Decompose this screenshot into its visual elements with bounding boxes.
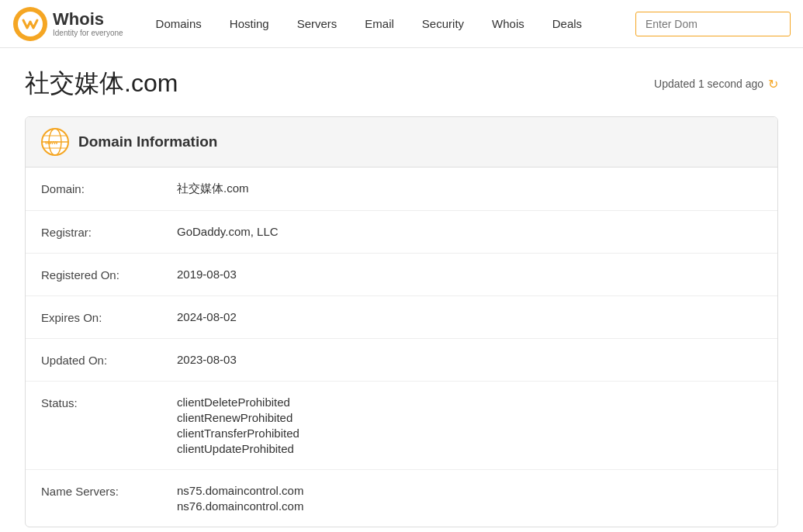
info-row-registered-on: Registered On: 2019-08-03 <box>26 254 777 296</box>
logo-tagline-label: Identity for everyone <box>53 29 123 37</box>
registered-on-label: Registered On: <box>41 268 177 282</box>
nav-email[interactable]: Email <box>351 0 408 48</box>
page-content: 社交媒体.com Updated 1 second ago ↻ www Doma… <box>0 48 803 532</box>
nav-deals[interactable]: Deals <box>538 0 596 48</box>
registered-on-value: 2019-08-03 <box>177 268 762 281</box>
status-label: Status: <box>41 396 177 409</box>
nav-security[interactable]: Security <box>408 0 478 48</box>
info-row-name-servers: Name Servers: ns75.domaincontrol.com ns7… <box>26 470 777 527</box>
name-servers-value: ns75.domaincontrol.com ns76.domaincontro… <box>177 484 762 513</box>
info-row-registrar: Registrar: GoDaddy.com, LLC <box>26 211 777 254</box>
card-header-title: Domain Information <box>78 133 217 150</box>
card-body: Domain: 社交媒体.com Registrar: GoDaddy.com,… <box>26 168 777 527</box>
logo-whois-label: Whois <box>53 10 123 29</box>
expires-on-value: 2024-08-02 <box>177 310 762 323</box>
info-row-domain: Domain: 社交媒体.com <box>26 168 777 211</box>
info-row-expires-on: Expires On: 2024-08-02 <box>26 296 777 339</box>
logo[interactable]: Whois Identity for everyone <box>12 6 123 42</box>
logo-text: Whois Identity for everyone <box>53 10 123 37</box>
card-header: www Domain Information <box>26 117 777 168</box>
info-row-status: Status: clientDeleteProhibited clientRen… <box>26 382 777 470</box>
updated-on-label: Updated On: <box>41 353 177 367</box>
domain-value: 社交媒体.com <box>177 181 762 196</box>
svg-text:www: www <box>44 140 58 145</box>
nav-domains[interactable]: Domains <box>142 0 216 48</box>
status-item-2: clientRenewProhibited <box>177 411 762 424</box>
updated-on-value: 2023-08-03 <box>177 353 762 366</box>
status-value: clientDeleteProhibited clientRenewProhib… <box>177 396 762 455</box>
nav-servers[interactable]: Servers <box>283 0 351 48</box>
info-row-updated-on: Updated On: 2023-08-03 <box>26 339 777 382</box>
whois-logo-icon <box>12 6 48 42</box>
name-servers-label: Name Servers: <box>41 484 177 498</box>
ns-item-2: ns76.domaincontrol.com <box>177 499 762 513</box>
status-item-3: clientTransferProhibited <box>177 427 762 440</box>
updated-text-label: Updated 1 second ago <box>654 78 763 90</box>
refresh-icon[interactable]: ↻ <box>768 77 778 92</box>
nav-links: Domains Hosting Servers Email Security W… <box>142 0 635 48</box>
www-icon: www <box>41 128 69 156</box>
ns-item-1: ns75.domaincontrol.com <box>177 484 762 497</box>
status-item-1: clientDeleteProhibited <box>177 396 762 409</box>
nav-whois[interactable]: Whois <box>478 0 538 48</box>
nav-hosting[interactable]: Hosting <box>216 0 283 48</box>
updated-status: Updated 1 second ago ↻ <box>654 77 778 92</box>
domain-label: Domain: <box>41 181 177 195</box>
registrar-value: GoDaddy.com, LLC <box>177 225 762 238</box>
status-item-4: clientUpdateProhibited <box>177 442 762 455</box>
domain-header: 社交媒体.com Updated 1 second ago ↻ <box>25 67 778 101</box>
expires-on-label: Expires On: <box>41 310 177 324</box>
navbar: Whois Identity for everyone Domains Host… <box>0 0 803 48</box>
registrar-label: Registrar: <box>41 225 177 239</box>
search-input[interactable] <box>635 12 791 36</box>
domain-card: www Domain Information Domain: 社交媒体.com … <box>25 116 778 527</box>
domain-title: 社交媒体.com <box>25 67 178 101</box>
